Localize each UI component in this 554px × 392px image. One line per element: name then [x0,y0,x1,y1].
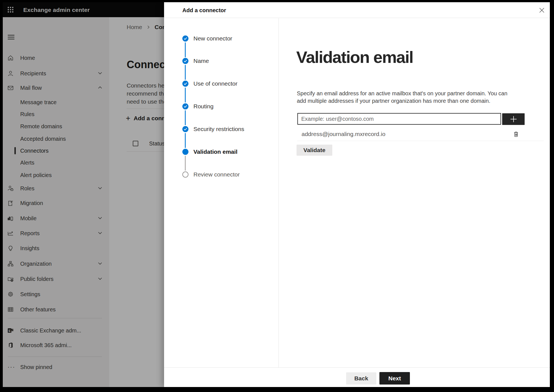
dialog-header: Add a connector [164,2,550,18]
step-complete-icon [182,35,188,42]
validation-email-pane: Validation email Specify an email addres… [279,18,550,367]
step-complete-icon [182,126,188,132]
step-complete-icon [182,103,188,109]
step-name[interactable]: Name [164,57,279,65]
dialog-footer: Back Next [164,367,550,387]
step-connector-line [185,133,186,148]
step-security-restrictions[interactable]: Security restrictions [164,125,279,134]
step-connector-line [185,110,186,125]
validation-email-input[interactable] [297,113,501,125]
add-email-button[interactable] [502,113,525,125]
back-button[interactable]: Back [346,372,376,385]
step-validation-email[interactable]: Validation email [164,147,279,156]
step-connector-line [185,65,186,80]
next-button[interactable]: Next [379,372,410,385]
step-connector-line [185,156,186,171]
step-upcoming-icon [182,171,188,178]
add-connector-dialog: Add a connector New connector [164,2,550,387]
delete-email-button[interactable] [510,129,522,140]
step-review-connector[interactable]: Review connector [164,170,279,179]
added-email-row: address@journaling.mxrecord.io [279,129,545,140]
added-email-address: address@journaling.mxrecord.io [302,129,385,140]
step-complete-icon [182,81,188,87]
step-new-connector[interactable]: New connector [164,34,279,43]
step-connector-line [185,42,186,57]
divider [297,141,544,141]
validate-button[interactable]: Validate [297,145,332,156]
wizard-steps-pane: New connector Name Use of connector Rout… [164,18,279,367]
step-routing[interactable]: Routing [164,102,279,111]
step-use-of-connector[interactable]: Use of connector [164,79,279,88]
step-complete-icon [182,58,188,64]
step-connector-line [185,88,186,103]
dialog-title: Add a connector [182,2,226,18]
step-current-icon [182,149,188,155]
app-window: Exchange admin center Home Recipients [3,2,550,387]
close-icon[interactable] [536,4,548,16]
step-heading: Validation email [296,47,413,68]
step-description: Specify an email address for an active m… [297,90,516,105]
